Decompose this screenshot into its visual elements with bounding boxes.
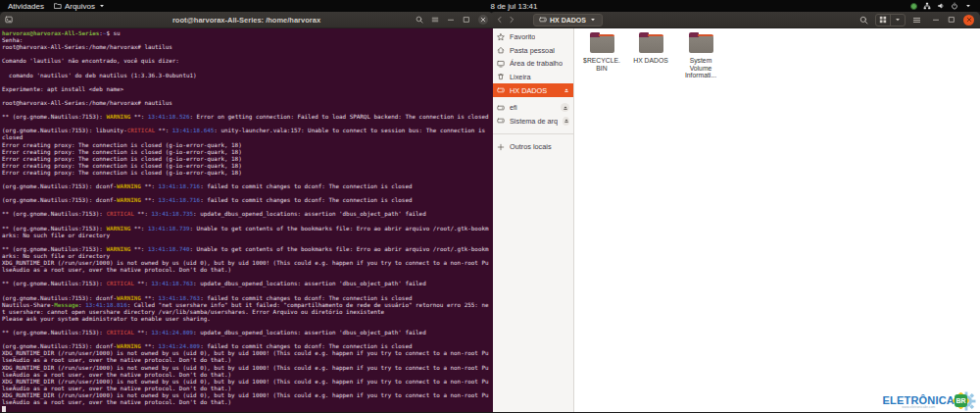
terminal-line: Error creating proxy: The connection is … (2, 156, 491, 163)
terminal-line (2, 93, 491, 100)
file-label-line: Volume (685, 65, 716, 73)
network-icon (923, 2, 931, 10)
terminal-line: XDG_RUNTIME_DIR (/run/user/1000) is not … (2, 365, 491, 372)
file-label-line: BIN (583, 65, 620, 73)
file-manager-headerbar[interactable]: HX DADOS (490, 12, 980, 28)
grid-view-icon[interactable] (876, 16, 890, 24)
eject-button[interactable] (561, 103, 569, 112)
sidebar-item-lixeira[interactable]: Lixeira (490, 71, 573, 84)
terminal-line: comando 'nautilus' do deb nautilus (1:3.… (2, 73, 491, 79)
watermark-badge: BR (953, 390, 974, 412)
terminal-window: root@harvorax-All-Series: /home/harvorax… (0, 12, 493, 413)
terminal-line: ** (org.gnome.Nautilus:7153): CRITICAL *… (2, 330, 491, 336)
eject-button[interactable] (563, 117, 569, 126)
back-button[interactable] (496, 16, 504, 24)
terminal-line (2, 239, 491, 246)
terminal-line (2, 336, 491, 343)
terminal-line: ** (org.gnome.Nautilus:7153): WARNING **… (2, 246, 491, 253)
drive-icon (539, 16, 547, 24)
terminal-line: Experimente: apt install <deb name> (2, 86, 491, 93)
file-item-hx-dados[interactable]: HX DADOS (629, 32, 672, 65)
folder-icon (639, 35, 663, 53)
desktop: Atividades Arquivos 8 de jul 13:41 root@… (0, 0, 980, 413)
terminal-line: lseAudio as a root user, over the native… (2, 357, 491, 364)
watermark: ELETRÔNICA www.eletronicabr.com BR (883, 390, 975, 412)
sidebar-item-label: Sistema de arquiv... (510, 117, 558, 126)
app-menu-button[interactable]: Arquivos (54, 2, 106, 11)
sidebar-item-efi[interactable]: efi (490, 101, 573, 115)
terminal-line (2, 204, 491, 211)
terminal-line (2, 406, 491, 412)
menu-icon[interactable] (431, 16, 439, 24)
chevron-down-icon (589, 16, 597, 24)
maximize-button[interactable] (463, 16, 470, 24)
terminal-app-icon (5, 16, 13, 24)
path-button-label: HX DADOS (550, 17, 586, 24)
sidebar-item-pasta-pessoal[interactable]: Pasta pessoal (490, 44, 573, 58)
terminal-line: XDG_RUNTIME_DIR (/run/user/1000) is not … (2, 350, 491, 357)
sidebar-item-label: Favorito (510, 32, 535, 41)
folder-icon (689, 35, 713, 53)
terminal-line: (org.gnome.Nautilus:7153): dconf-WARNING… (2, 183, 491, 190)
close-button[interactable] (478, 15, 488, 25)
system-tray[interactable] (910, 2, 980, 10)
sidebar-item-area-de-trabalho[interactable]: Área de trabalho (490, 57, 573, 71)
terminal-line: ** (org.gnome.Nautilus:7153): WARNING **… (2, 114, 491, 121)
clock[interactable]: 8 de jul 13:41 (490, 2, 537, 11)
app-indicator-icon[interactable] (910, 3, 917, 10)
sidebar-item-favorito[interactable]: Favorito (490, 30, 573, 44)
star-icon (497, 33, 505, 41)
chevron-down-icon (964, 2, 972, 10)
terminal-line: harvorax@harvorax-All-Series:~$ su (2, 30, 491, 37)
path-button[interactable]: HX DADOS (533, 14, 603, 26)
terminal-line: root@harvorax-All-Series:/home/harvorax#… (2, 100, 491, 107)
fm-files[interactable]: $RECYCLE.BINHX DADOSSystemVolumeInformat… (574, 28, 980, 412)
drive-icon (497, 86, 505, 94)
forward-button[interactable] (508, 16, 515, 24)
minimize-button[interactable] (447, 16, 455, 24)
power-icon (951, 2, 958, 10)
file-label-line: HX DADOS (633, 57, 668, 65)
terminal-line (2, 323, 491, 330)
activities-button[interactable]: Atividades (8, 2, 44, 11)
terminal-titlebar[interactable]: root@harvorax-All-Series: /home/harvorax (0, 12, 493, 28)
sidebar-item-outros-locais[interactable]: Outros locais (490, 140, 573, 154)
file-item-system-volume-informati[interactable]: SystemVolumeInformati... (679, 32, 722, 79)
terminal-line (2, 121, 491, 128)
sidebar-item-label: Outros locais (510, 142, 552, 151)
top-bar: Atividades Arquivos 8 de jul 13:41 (0, 0, 980, 12)
app-menu-label: Arquivos (65, 2, 95, 11)
fm-sidebar: FavoritoPasta pessoalÁrea de trabalhoLix… (490, 28, 574, 412)
sidebar-item-sistema-de-arquiv[interactable]: Sistema de arquiv... (490, 115, 573, 129)
terminal-line: arks: No such file or directory (2, 232, 491, 239)
trash-icon (497, 73, 505, 80)
sidebar-item-hx-dados[interactable]: HX DADOS (490, 83, 573, 97)
watermark-subtext: www.eletronicabr.com (902, 405, 935, 409)
sidebar-item-label: HX DADOS (510, 86, 547, 95)
watermark-badge-label: BR (955, 394, 967, 407)
search-icon[interactable] (416, 16, 423, 24)
eject-button[interactable] (564, 87, 569, 93)
close-button[interactable] (963, 15, 974, 26)
terminal-line (2, 177, 491, 183)
terminal-output[interactable]: harvorax@harvorax-All-Series:~$ suSenha:… (0, 28, 493, 412)
terminal-line: Senha: (2, 37, 491, 44)
file-item-recycle-bin[interactable]: $RECYCLE.BIN (580, 32, 623, 72)
view-options-chevron-icon[interactable] (891, 16, 905, 24)
terminal-line: Nautilus-Share-Message: 13:41:18.816: Ca… (2, 302, 491, 309)
terminal-line: (org.gnome.Nautilus:7153): dconf-WARNING… (2, 343, 491, 350)
terminal-line: Please ask your system administrator to … (2, 316, 491, 323)
terminal-line: XDG_RUNTIME_DIR (/run/user/1000) is not … (2, 379, 491, 386)
menu-icon[interactable] (912, 16, 921, 25)
terminal-line: Error creating proxy: The connection is … (2, 163, 491, 170)
minimize-button[interactable] (932, 16, 940, 24)
sidebar-item-label: efi (510, 103, 517, 112)
view-toggle[interactable] (875, 14, 906, 26)
terminal-line (2, 51, 491, 58)
terminal-line: ** (org.gnome.Nautilus:7153): CRITICAL *… (2, 211, 491, 218)
drive-icon (497, 104, 505, 112)
maximize-button[interactable] (948, 16, 956, 24)
terminal-line (2, 65, 491, 72)
terminal-line: t usershare: cannot open usershare direc… (2, 309, 491, 316)
search-icon[interactable] (859, 16, 868, 25)
